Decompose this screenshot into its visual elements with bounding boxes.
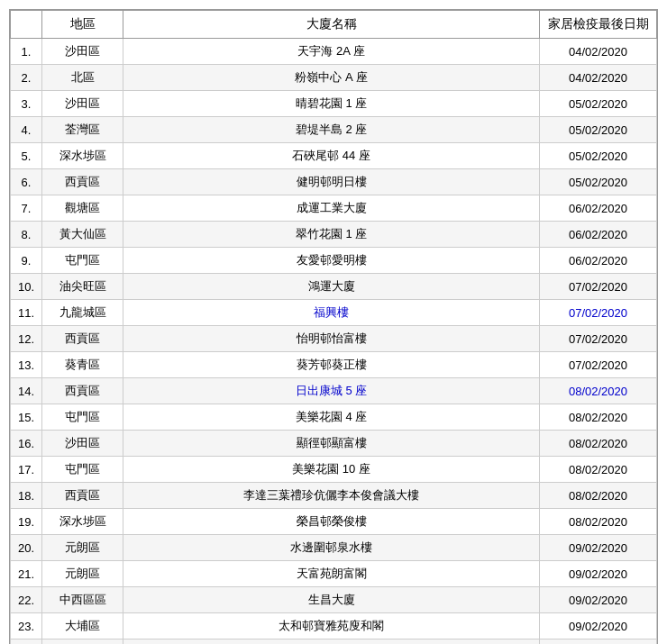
cell-date: 05/02/2020 bbox=[540, 143, 657, 169]
cell-building: 鴻運大廈 bbox=[123, 274, 540, 300]
table-row: 3.沙田區晴碧花園 1 座05/02/2020 bbox=[11, 91, 657, 117]
cell-district: 沙田區 bbox=[42, 91, 123, 117]
cell-num: 24. bbox=[11, 639, 42, 645]
cell-num: 23. bbox=[11, 613, 42, 639]
cell-num: 21. bbox=[11, 561, 42, 587]
cell-district: 黃大仙區 bbox=[42, 222, 123, 248]
table-row: 9.屯門區友愛邨愛明樓06/02/2020 bbox=[11, 248, 657, 274]
cell-building: 水邊圍邨泉水樓 bbox=[123, 535, 540, 561]
cell-date: 08/02/2020 bbox=[540, 431, 657, 457]
table-row: 8.黃大仙區翠竹花園 1 座06/02/2020 bbox=[11, 222, 657, 248]
cell-date: 09/02/2020 bbox=[540, 561, 657, 587]
main-table-container: 地區 大廈名稱 家居檢疫最後日期 1.沙田區天宇海 2A 座04/02/2020… bbox=[9, 9, 658, 644]
cell-date: 09/02/2020 bbox=[540, 613, 657, 639]
table-row: 20.元朗區水邊圍邨泉水樓09/02/2020 bbox=[11, 535, 657, 561]
cell-district: 屯門區 bbox=[42, 457, 123, 483]
cell-date: 05/02/2020 bbox=[540, 91, 657, 117]
cell-num: 2. bbox=[11, 65, 42, 91]
cell-date: 05/02/2020 bbox=[540, 169, 657, 195]
cell-building: 晴碧花園 1 座 bbox=[123, 91, 540, 117]
cell-district: 荃灣區 bbox=[42, 117, 123, 143]
table-row: 7.觀塘區成運工業大廈06/02/2020 bbox=[11, 195, 657, 222]
table-row: 19.深水埗區榮昌邨榮俊樓08/02/2020 bbox=[11, 509, 657, 535]
cell-building: 天富苑朗富閣 bbox=[123, 561, 540, 587]
cell-num: 14. bbox=[11, 378, 42, 404]
cell-district: 大埔區 bbox=[42, 613, 123, 639]
cell-date: 04/02/2020 bbox=[540, 39, 657, 65]
table-row: 13.葵青區葵芳邨葵正樓07/02/2020 bbox=[11, 352, 657, 378]
cell-date: 05/02/2020 bbox=[540, 117, 657, 143]
cell-building: 翠竹花園 1 座 bbox=[123, 222, 540, 248]
cell-district: 深水埗區 bbox=[42, 143, 123, 169]
table-row: 17.屯門區美樂花園 10 座08/02/2020 bbox=[11, 457, 657, 483]
cell-district: 屯門區 bbox=[42, 404, 123, 431]
cell-num: 7. bbox=[11, 195, 42, 222]
table-row: 22.中西區區生昌大廈09/02/2020 bbox=[11, 587, 657, 613]
cell-building: 嘉湖山莊賞湖居 5 座 bbox=[123, 639, 540, 645]
cell-num: 4. bbox=[11, 117, 42, 143]
cell-date: 13/02/2020 bbox=[540, 639, 657, 645]
cell-district: 西貢區 bbox=[42, 483, 123, 509]
cell-district: 西貢區 bbox=[42, 326, 123, 352]
header-building: 大廈名稱 bbox=[123, 11, 540, 39]
cell-date: 09/02/2020 bbox=[540, 535, 657, 561]
cell-date: 09/02/2020 bbox=[540, 587, 657, 613]
table-row: 10.油尖旺區鴻運大廈07/02/2020 bbox=[11, 274, 657, 300]
cell-date: 08/02/2020 bbox=[540, 378, 657, 404]
cell-building: 美樂花園 10 座 bbox=[123, 457, 540, 483]
cell-district: 元朗區 bbox=[42, 535, 123, 561]
cell-district: 九龍城區 bbox=[42, 300, 123, 326]
cell-building: 健明邨明日樓 bbox=[123, 169, 540, 195]
table-header-row: 地區 大廈名稱 家居檢疫最後日期 bbox=[11, 11, 657, 39]
table-row: 14.西貢區日出康城 5 座08/02/2020 bbox=[11, 378, 657, 404]
cell-building: 太和邨寶雅苑廋和閣 bbox=[123, 613, 540, 639]
cell-building: 碧堤半島 2 座 bbox=[123, 117, 540, 143]
cell-num: 8. bbox=[11, 222, 42, 248]
table-row: 16.沙田區顯徑邨顯富樓08/02/2020 bbox=[11, 431, 657, 457]
cell-num: 5. bbox=[11, 143, 42, 169]
cell-district: 沙田區 bbox=[42, 39, 123, 65]
cell-district: 葵青區 bbox=[42, 352, 123, 378]
header-date: 家居檢疫最後日期 bbox=[540, 11, 657, 39]
cell-building: 日出康城 5 座 bbox=[123, 378, 540, 404]
cell-building: 榮昌邨榮俊樓 bbox=[123, 509, 540, 535]
cell-district: 元朗區 bbox=[42, 561, 123, 587]
table-row: 11.九龍城區福興樓07/02/2020 bbox=[11, 300, 657, 326]
cell-date: 08/02/2020 bbox=[540, 483, 657, 509]
cell-num: 3. bbox=[11, 91, 42, 117]
cell-building: 李達三葉禮珍伉儷李本俊會議大樓 bbox=[123, 483, 540, 509]
cell-building: 顯徑邨顯富樓 bbox=[123, 431, 540, 457]
cell-num: 16. bbox=[11, 431, 42, 457]
cell-date: 08/02/2020 bbox=[540, 509, 657, 535]
cell-building: 成運工業大廈 bbox=[123, 195, 540, 222]
header-district: 地區 bbox=[42, 11, 123, 39]
table-row: 23.大埔區太和邨寶雅苑廋和閣09/02/2020 bbox=[11, 613, 657, 639]
cell-date: 07/02/2020 bbox=[540, 352, 657, 378]
header-num bbox=[11, 11, 42, 39]
cell-num: 22. bbox=[11, 587, 42, 613]
cell-num: 19. bbox=[11, 509, 42, 535]
table-row: 21.元朗區天富苑朗富閣09/02/2020 bbox=[11, 561, 657, 587]
cell-date: 04/02/2020 bbox=[540, 65, 657, 91]
table-row: 1.沙田區天宇海 2A 座04/02/2020 bbox=[11, 39, 657, 65]
table-row: 4.荃灣區碧堤半島 2 座05/02/2020 bbox=[11, 117, 657, 143]
table-row: 24.元朗區嘉湖山莊賞湖居 5 座13/02/2020 bbox=[11, 639, 657, 645]
cell-num: 12. bbox=[11, 326, 42, 352]
cell-num: 6. bbox=[11, 169, 42, 195]
cell-district: 北區 bbox=[42, 65, 123, 91]
table-row: 2.北區粉嶺中心 A 座04/02/2020 bbox=[11, 65, 657, 91]
cell-building: 天宇海 2A 座 bbox=[123, 39, 540, 65]
cell-district: 屯門區 bbox=[42, 248, 123, 274]
cell-date: 07/02/2020 bbox=[540, 274, 657, 300]
table-row: 6.西貢區健明邨明日樓05/02/2020 bbox=[11, 169, 657, 195]
cell-date: 06/02/2020 bbox=[540, 222, 657, 248]
cell-building: 美樂花園 4 座 bbox=[123, 404, 540, 431]
cell-building: 粉嶺中心 A 座 bbox=[123, 65, 540, 91]
cell-district: 元朗區 bbox=[42, 639, 123, 645]
cell-district: 西貢區 bbox=[42, 378, 123, 404]
cell-num: 9. bbox=[11, 248, 42, 274]
cell-building: 生昌大廈 bbox=[123, 587, 540, 613]
cell-district: 中西區區 bbox=[42, 587, 123, 613]
cell-num: 17. bbox=[11, 457, 42, 483]
cell-num: 13. bbox=[11, 352, 42, 378]
